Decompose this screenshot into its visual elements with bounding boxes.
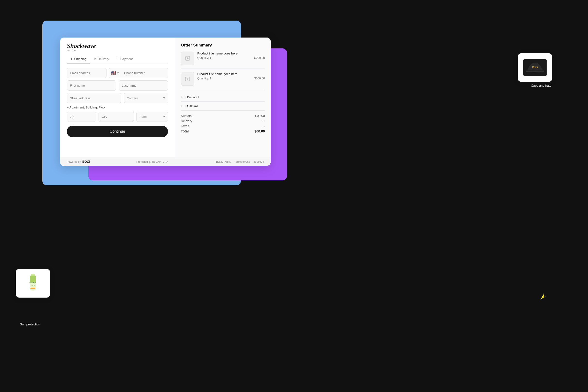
svg-rect-8 xyxy=(30,276,36,282)
giftcard-label: + Giftcard xyxy=(184,104,198,108)
step-payment[interactable]: 3. Payment xyxy=(113,55,136,63)
powered-by-text: Powered by xyxy=(67,160,81,163)
steps-navigation: 1. Shipping 2. Delivery 3. Payment xyxy=(67,55,168,64)
total-label: Total xyxy=(181,129,189,133)
step-delivery[interactable]: 2. Delivery xyxy=(90,55,113,63)
product-name: Product title name goes here xyxy=(197,52,265,55)
svg-text:Vacation: Vacation xyxy=(29,282,36,284)
svg-text:SPF 50: SPF 50 xyxy=(31,285,35,286)
totals-section: Subtotal $00.00 Delivery -- Taxes -- Tot… xyxy=(181,114,265,133)
checkout-modal: Shockwave AUDIO 1. Shipping 2. Delivery … xyxy=(60,38,271,166)
brand-logo: Shockwave xyxy=(67,43,168,49)
plus-icon: + xyxy=(181,95,183,99)
apt-toggle[interactable]: + Apartment, Building, Floor xyxy=(67,106,168,109)
product-price: $000.00 xyxy=(254,77,265,80)
email-phone-row: 🇺🇸 ▼ xyxy=(67,68,168,78)
terms-link[interactable]: Terms of Use xyxy=(234,160,250,163)
privacy-policy-link[interactable]: Privacy Policy xyxy=(214,160,231,163)
first-name-input[interactable] xyxy=(67,80,116,90)
discount-label: + Discount xyxy=(184,96,199,99)
svg-text:Rival: Rival xyxy=(532,66,538,68)
delivery-line: Delivery -- xyxy=(181,119,265,123)
hat-icon: Rival xyxy=(523,59,547,76)
bolt-logo: BOLT xyxy=(82,160,90,164)
product-item: Product title name goes here Quantity: 1… xyxy=(181,52,265,69)
cursor-arrow xyxy=(540,293,547,300)
product-name: Product title name goes here xyxy=(197,72,265,76)
total-line: Total $00.00 xyxy=(181,129,265,133)
phone-input[interactable] xyxy=(121,68,168,78)
subtotal-value: $00.00 xyxy=(255,114,265,118)
product-info: Product title name goes here Quantity: 1… xyxy=(197,72,265,86)
street-address-input[interactable] xyxy=(67,93,121,103)
plus-icon: + xyxy=(181,104,183,108)
country-code-select[interactable]: 🇺🇸 ▼ xyxy=(109,68,121,78)
form-panel: Shockwave AUDIO 1. Shipping 2. Delivery … xyxy=(60,38,175,157)
footer-powered-by: Powered by BOLT xyxy=(67,160,90,164)
name-row xyxy=(67,80,168,90)
chevron-down-icon: ▼ xyxy=(117,72,119,74)
logo-area: Shockwave AUDIO xyxy=(67,43,168,52)
order-summary-panel: Order Summary Product title name goes he… xyxy=(175,38,271,157)
modal-footer: Powered by BOLT Protected by ReCAPTCHA P… xyxy=(60,157,271,166)
country-select-wrapper: Country ▼ xyxy=(124,93,168,103)
order-summary-title: Order Summary xyxy=(181,43,265,48)
caps-hats-label: Caps and hats xyxy=(531,84,551,88)
taxes-label: Taxes xyxy=(181,124,189,128)
svg-rect-11 xyxy=(30,288,35,289)
zip-city-state-row: State ▼ xyxy=(67,112,168,122)
subtotal-line: Subtotal $00.00 xyxy=(181,114,265,118)
state-select[interactable]: State xyxy=(136,112,168,122)
street-country-row: Country ▼ xyxy=(67,93,168,103)
state-select-wrapper: State ▼ xyxy=(136,112,168,122)
product-qty-price: Quantity: 1 $000.00 xyxy=(197,56,265,60)
product-quantity: Quantity: 1 xyxy=(197,77,211,80)
delivery-value: -- xyxy=(263,119,265,123)
taxes-value: -- xyxy=(263,124,265,128)
float-card-caps-hats: Rival xyxy=(518,53,552,82)
continue-button[interactable]: Continue xyxy=(67,126,168,137)
product-thumbnail xyxy=(181,72,194,86)
flag-icon: 🇺🇸 xyxy=(111,71,116,75)
phone-group: 🇺🇸 ▼ xyxy=(109,68,168,78)
product-quantity: Quantity: 1 xyxy=(197,56,211,60)
country-select[interactable]: Country xyxy=(124,93,168,103)
footer-id: 2608974 xyxy=(253,160,264,163)
taxes-line: Taxes -- xyxy=(181,124,265,128)
delivery-label: Delivery xyxy=(181,119,192,123)
recaptcha-text: Protected by ReCAPTCHA xyxy=(136,160,168,163)
city-input[interactable] xyxy=(98,112,134,122)
total-value: $00.00 xyxy=(254,129,265,133)
zip-input[interactable] xyxy=(67,112,96,122)
step-shipping[interactable]: 1. Shipping xyxy=(67,55,90,63)
sunscreen-icon: Vacation SPF 50 xyxy=(27,274,39,293)
subtotal-label: Subtotal xyxy=(181,114,192,118)
sun-protection-label: Sun protection xyxy=(20,322,40,326)
svg-marker-15 xyxy=(541,294,546,300)
email-input[interactable] xyxy=(67,68,106,78)
product-price: $000.00 xyxy=(254,56,265,60)
footer-links: Privacy Policy Terms of Use 2608974 xyxy=(214,160,264,163)
discount-toggle[interactable]: + + Discount xyxy=(181,93,265,102)
last-name-input[interactable] xyxy=(119,80,168,90)
product-qty-price: Quantity: 1 $000.00 xyxy=(197,77,265,80)
product-info: Product title name goes here Quantity: 1… xyxy=(197,52,265,65)
float-card-sun-protection: Vacation SPF 50 xyxy=(16,269,50,298)
product-item: Product title name goes here Quantity: 1… xyxy=(181,72,265,89)
product-thumbnail xyxy=(181,52,194,65)
giftcard-toggle[interactable]: + + Giftcard xyxy=(181,102,265,111)
brand-sub: AUDIO xyxy=(67,50,168,52)
